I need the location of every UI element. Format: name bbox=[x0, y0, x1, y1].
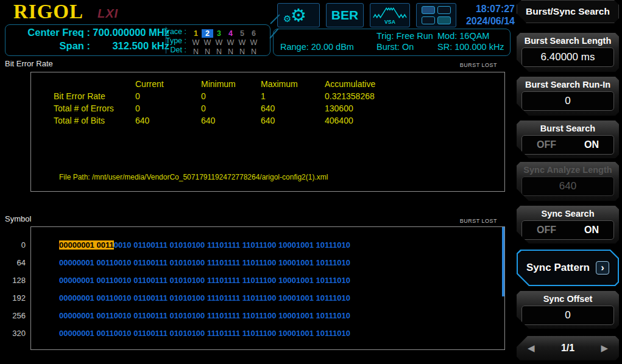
ber-burst-lost-status: BURST LOST bbox=[457, 62, 497, 68]
burst-search-on: ON bbox=[584, 139, 599, 150]
burst-readout: Burst: On bbox=[376, 42, 414, 52]
ber-col-accumulative: Accumulative bbox=[325, 79, 375, 89]
ber-value: 1 bbox=[261, 91, 266, 101]
date: 2024/06/14 bbox=[452, 15, 515, 27]
sync-analyze-length-value: 640 bbox=[521, 177, 614, 196]
symbol-index: 320 bbox=[5, 329, 26, 338]
symbol-scrollbar-thumb[interactable] bbox=[502, 227, 504, 296]
trace-label: Trace : bbox=[157, 27, 186, 36]
det-2: N bbox=[202, 47, 213, 56]
symbol-index: 128 bbox=[5, 276, 26, 285]
sync-search-label: Sync Search bbox=[517, 206, 619, 220]
symbol-row: 00000001 00110010 01100111 01010100 1110… bbox=[59, 311, 350, 320]
ber-button-label: BER bbox=[331, 8, 358, 23]
symbol-burst-lost-status: BURST LOST bbox=[457, 218, 497, 224]
symbol-index: 64 bbox=[5, 258, 26, 267]
ber-value: 130600 bbox=[325, 103, 353, 113]
ber-value: 406400 bbox=[325, 116, 353, 125]
submenu-arrow-icon: › bbox=[596, 261, 609, 275]
vsa-mode-button[interactable]: VSA bbox=[370, 3, 410, 27]
rigol-logo: RIGOL bbox=[13, 1, 83, 23]
symbol-row: 00000001 00110010 01100111 01010100 1110… bbox=[59, 276, 350, 285]
ber-value: 0 bbox=[135, 103, 140, 113]
ber-value: 640 bbox=[261, 103, 275, 113]
burst-search-label: Burst Search bbox=[517, 121, 619, 135]
symbol-row: 00000001 00110010 01100111 01010100 1110… bbox=[59, 329, 350, 338]
sync-pattern-button[interactable]: Sync Pattern › bbox=[517, 250, 619, 286]
ber-value: 640 bbox=[261, 116, 275, 125]
windows-icon bbox=[422, 6, 451, 24]
gear-small-icon: ⚙ bbox=[283, 15, 291, 24]
symbol-row: 00000001 00110010 01100111 01010100 1110… bbox=[59, 258, 350, 267]
ber-value: 640 bbox=[135, 116, 149, 125]
burst-search-length-value: 6.40000 ms bbox=[521, 47, 614, 67]
burst-search-run-in-label: Burst Search Run-In bbox=[517, 77, 619, 91]
lxi-badge: LXI bbox=[97, 7, 118, 21]
ber-col-minimum: Minimum bbox=[201, 79, 236, 89]
burst-search-length-button[interactable]: Burst Search Length 6.40000 ms bbox=[517, 33, 619, 72]
type-label: Type : bbox=[157, 37, 186, 45]
ber-col-maximum: Maximum bbox=[261, 79, 298, 89]
sync-offset-value: 0 bbox=[521, 306, 614, 325]
range-readout: Range: 20.00 dBm bbox=[280, 42, 354, 52]
system-settings-button[interactable]: ⚙ ⚙ bbox=[277, 3, 320, 27]
symbol-section-title: Symbol bbox=[5, 214, 31, 223]
mod-readout: Mod: 16QAM bbox=[437, 31, 489, 41]
clock: 18:07:27 2024/06/14 bbox=[452, 3, 515, 27]
det-3: N bbox=[213, 47, 225, 56]
ber-row-label: Total # of Bits bbox=[54, 116, 105, 125]
vsa-waveform-icon: VSA bbox=[372, 5, 408, 26]
ber-row-label: Bit Error Rate bbox=[54, 91, 105, 101]
det-5: N bbox=[236, 47, 248, 56]
trig-readout: Trig: Free Run bbox=[376, 31, 433, 41]
sync-search-toggle-button[interactable]: Sync Search OFF ON bbox=[517, 206, 619, 243]
symbol-sync-highlight: 00000001 0011 bbox=[59, 240, 114, 250]
ber-value: 0.321358268 bbox=[325, 91, 375, 101]
ber-mode-button[interactable]: BER bbox=[326, 3, 364, 27]
sync-analyze-length-label: Sync Analyze Length bbox=[517, 162, 619, 177]
symbol-index: 0 bbox=[5, 240, 26, 250]
symbol-row: 00000001 00110010 01100111 01010100 1110… bbox=[59, 240, 350, 250]
ber-value: 0 bbox=[135, 91, 140, 101]
sync-pattern-label: Sync Pattern bbox=[526, 262, 590, 274]
page-next-icon[interactable]: ▶ bbox=[601, 343, 608, 354]
center-freq-label: Center Freq : bbox=[6, 27, 90, 38]
ber-section-title: Bit Error Rate bbox=[5, 59, 53, 68]
burst-search-off: OFF bbox=[537, 139, 556, 150]
sr-readout: SR: 100.000 kHz bbox=[437, 42, 504, 52]
gear-icon: ⚙ bbox=[291, 7, 306, 24]
symbol-row: 00000001 00110010 01100111 01010100 1110… bbox=[59, 293, 350, 303]
ber-value: 0 bbox=[201, 103, 206, 113]
sync-offset-button[interactable]: Sync Offset 0 bbox=[517, 291, 619, 329]
ber-value: 0 bbox=[201, 91, 206, 101]
symbol-bits: 0010 01100111 01010100 11101111 11011100… bbox=[114, 240, 350, 250]
window-layout-button[interactable] bbox=[416, 3, 456, 27]
menu-page-nav: ◀ 1/1 ▶ bbox=[517, 336, 619, 360]
ber-value: 640 bbox=[201, 116, 215, 125]
det-1: N bbox=[190, 47, 202, 56]
softkey-menu: Burst/Sync Search Burst Search Length 6.… bbox=[515, 0, 622, 364]
page-prev-icon[interactable]: ◀ bbox=[528, 343, 535, 354]
burst-search-toggle-button[interactable]: Burst Search OFF ON bbox=[517, 121, 619, 158]
sync-search-on: ON bbox=[584, 225, 599, 236]
det-6: N bbox=[248, 47, 260, 56]
sync-search-off: OFF bbox=[537, 225, 556, 236]
page-indicator: 1/1 bbox=[561, 343, 574, 354]
span-label: Span : bbox=[6, 40, 90, 52]
burst-search-run-in-value: 0 bbox=[521, 91, 614, 111]
symbol-index: 192 bbox=[5, 293, 26, 303]
det-4: N bbox=[225, 47, 236, 56]
menu-title: Burst/Sync Search bbox=[517, 0, 619, 23]
time: 18:07:27 bbox=[452, 3, 515, 15]
vsa-label: VSA bbox=[384, 19, 396, 25]
symbol-index: 256 bbox=[5, 311, 26, 320]
sync-analyze-length-button: Sync Analyze Length 640 bbox=[517, 162, 619, 201]
ber-row-label: Total # of Errors bbox=[54, 103, 114, 113]
trace-dets: NNNNNN bbox=[190, 46, 260, 57]
sync-offset-label: Sync Offset bbox=[517, 291, 619, 306]
burst-search-length-label: Burst Search Length bbox=[517, 33, 619, 47]
ber-col-current: Current bbox=[135, 79, 164, 89]
det-label: Det : bbox=[157, 46, 186, 54]
file-path: File Path: /mnt/user/media/VendorCo_5071… bbox=[59, 173, 328, 181]
burst-search-run-in-button[interactable]: Burst Search Run-In 0 bbox=[517, 77, 619, 116]
